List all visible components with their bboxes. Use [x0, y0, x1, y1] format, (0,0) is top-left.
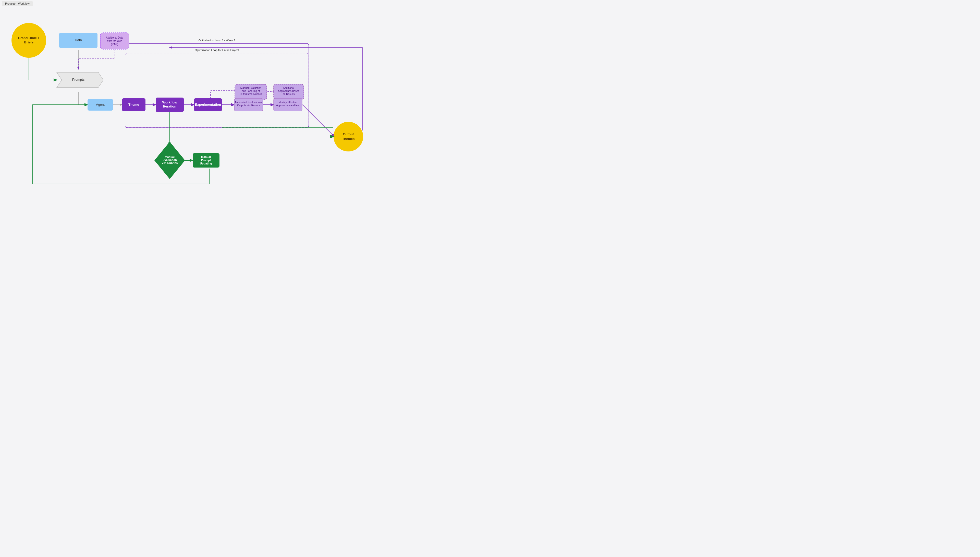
manual-eval-label-text2: and Labelling of: [242, 90, 260, 93]
loop-entire-label: Optimization Loop for Entire Project: [195, 49, 239, 52]
workflow-iteration-label2: Iteration: [163, 104, 176, 108]
loop-week1-label: Optimization Loop for Week 1: [198, 39, 235, 42]
additional-approaches-text2: Approaches Based: [278, 90, 300, 93]
arrow-additional-to-prompts: [78, 49, 115, 69]
workflow-canvas: Optimization Loop for Week 1 Optimizatio…: [0, 0, 372, 212]
agent-label: Agent: [96, 103, 105, 106]
automated-eval-text2: Outputs viz. Rubrics: [237, 104, 260, 107]
workflow-iteration-label1: Workflow: [162, 100, 177, 104]
manual-prompt-label2: Prompt: [201, 159, 211, 162]
output-themes-node: [334, 122, 363, 151]
output-themes-label2: Themes: [342, 137, 354, 141]
arrow-prompts-to-agent: [78, 92, 88, 105]
theme-label: Theme: [128, 103, 139, 106]
prompts-label: Prompts: [72, 78, 85, 81]
manual-eval-viz-label2: Evaluation: [162, 158, 177, 161]
data-label: Data: [75, 38, 82, 42]
brand-bible-label2: Briefs: [24, 40, 34, 44]
experimentation-label: Experimentation: [195, 103, 221, 106]
additional-approaches-text3: on Results: [282, 93, 295, 96]
additional-approaches-text1: Additional: [283, 86, 294, 90]
additional-data-label3: (RAG): [111, 43, 118, 46]
workflow-diagram: Optimization Loop for Week 1 Optimizatio…: [0, 0, 372, 212]
additional-data-label1: Additional Data: [106, 36, 123, 39]
manual-eval-label-text3: Outputs vs. Rubrics: [240, 93, 262, 96]
arrow-prompt-back-to-agent: [32, 105, 209, 184]
manual-prompt-label3: Updating: [200, 162, 212, 165]
manual-eval-viz-label3: Viz. Rubrics: [162, 161, 178, 164]
automated-eval-text1: Automated Evaluation of: [235, 101, 263, 104]
manual-prompt-label1: Manual: [201, 155, 211, 158]
brand-bible-label: Brand Bible +: [18, 36, 40, 40]
output-themes-label1: Output: [343, 132, 354, 136]
identify-effective-text2: Approaches and test: [276, 104, 300, 107]
additional-data-label2: from the Web: [107, 39, 122, 42]
arrow-exp-to-output: [222, 111, 333, 137]
manual-eval-viz-label1: Manual: [165, 155, 175, 158]
manual-eval-label-text1: Manual Evaluation: [240, 86, 261, 90]
identify-effective-text1: Identify Effective: [278, 101, 297, 104]
arrow-identify-to-output: [302, 105, 334, 137]
